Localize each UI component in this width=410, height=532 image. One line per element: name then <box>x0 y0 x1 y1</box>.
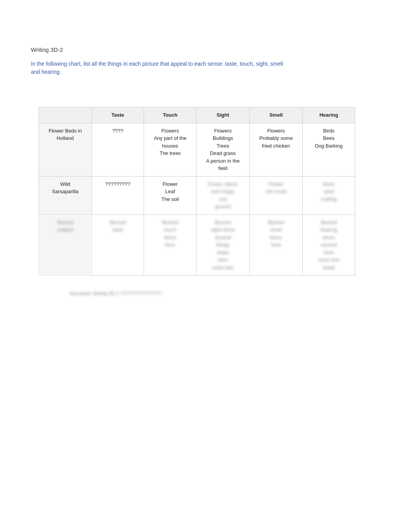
row-label-2: WildSarsaparilla <box>39 176 92 214</box>
row1-hearing: BirdsBeesDog Barking <box>303 123 355 176</box>
senses-table: Taste Touch Sight Smell Hearing Flower B… <box>39 107 355 275</box>
col-header-hearing: Hearing <box>303 107 355 123</box>
row3-taste: Blurredtaste <box>91 214 144 275</box>
row1-taste: ???? <box>91 123 144 176</box>
table-header-row: Taste Touch Sight Smell Hearing <box>39 107 355 123</box>
col-header-taste: Taste <box>91 107 144 123</box>
page-title: Writing 3D-2 <box>31 46 379 53</box>
row2-smell: Flowersoil smell <box>249 176 303 214</box>
row3-hearing: Blurredhearingitemsseveralheremore textl… <box>303 214 355 275</box>
row1-sight: FlowersBuildingsTreesDead grassA person … <box>196 123 249 176</box>
col-header-touch: Touch <box>144 107 197 123</box>
row-label-1: Flower Beds inHolland <box>39 123 92 176</box>
row2-sight: Flower stemsleaf shapesoilground <box>196 176 249 214</box>
instructions: In the following chart, list all the thi… <box>31 60 293 76</box>
row1-touch: FlowersAny part of thehousesThe trees <box>144 123 197 176</box>
col-header-label <box>39 107 92 123</box>
footer-text: Document: Writing 3D-2 ???????????????? <box>69 291 379 296</box>
table-row: WildSarsaparilla ????????? FlowerLeafThe… <box>39 176 355 214</box>
row2-hearing: Beeswindrustling <box>303 176 355 214</box>
chart-table-wrapper: Taste Touch Sight Smell Hearing Flower B… <box>31 107 379 275</box>
col-header-sight: Sight <box>196 107 249 123</box>
table-row: Flower Beds inHolland ???? FlowersAny pa… <box>39 123 355 176</box>
row-label-3: Blurredsubject <box>39 214 92 275</box>
row3-touch: Blurredtouchitemshere <box>144 214 197 275</box>
row2-taste: ????????? <box>91 176 144 214</box>
row3-sight: Blurredsight itemsseveralthingslistedher… <box>196 214 249 275</box>
col-header-smell: Smell <box>249 107 303 123</box>
row1-smell: FlowersProbably somefried chicken <box>249 123 303 176</box>
table-row: Blurredsubject Blurredtaste Blurredtouch… <box>39 214 355 275</box>
row3-smell: Blurredsmellitemshere <box>249 214 303 275</box>
row2-touch: FlowerLeafThe soil <box>144 176 197 214</box>
